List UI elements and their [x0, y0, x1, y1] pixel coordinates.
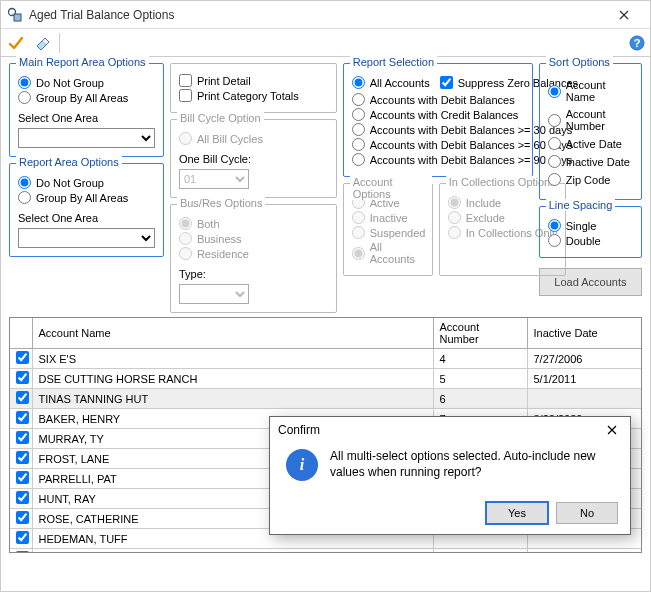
print-cat-totals[interactable]: Print Category Totals — [179, 89, 328, 102]
rs-debit30-radio[interactable] — [352, 123, 365, 136]
close-icon — [607, 425, 617, 435]
main-opt-no-group-radio[interactable] — [18, 76, 31, 89]
accept-button[interactable] — [5, 32, 27, 54]
sort-zip[interactable]: Zip Code — [548, 173, 633, 186]
info-icon: i — [286, 449, 318, 481]
row-check-cell[interactable] — [10, 349, 32, 369]
report-select-label: Select One Area — [18, 212, 155, 224]
rs-debit90-radio[interactable] — [352, 153, 365, 166]
dialog-body: i All multi-select options selected. Aut… — [270, 443, 630, 481]
rs-debit60[interactable]: Accounts with Debit Balances >= 60 days — [352, 138, 524, 151]
rs-credit[interactable]: Accounts with Credit Balances — [352, 108, 524, 121]
dialog-close-button[interactable] — [602, 423, 622, 438]
hdr-account-number[interactable]: Account Number — [433, 318, 527, 349]
hdr-check[interactable] — [10, 318, 32, 349]
row-check[interactable] — [16, 551, 29, 553]
sort-number-radio[interactable] — [548, 114, 561, 127]
sort-account-name[interactable]: Account Name — [548, 79, 633, 103]
table-row[interactable]: TINAS TANNING HUT6 — [10, 389, 641, 409]
sort-active-radio[interactable] — [548, 137, 561, 150]
report-opt-no-group-radio[interactable] — [18, 176, 31, 189]
app-icon — [7, 7, 23, 23]
hdr-account-name[interactable]: Account Name — [32, 318, 433, 349]
table-row[interactable]: SIX E'S47/27/2006 — [10, 349, 641, 369]
row-check[interactable] — [16, 431, 29, 444]
row-check-cell[interactable] — [10, 529, 32, 549]
main-opt-no-group[interactable]: Do Not Group — [18, 76, 155, 89]
sort-zip-label: Zip Code — [566, 174, 611, 186]
row-check[interactable] — [16, 451, 29, 464]
row-check[interactable] — [16, 371, 29, 384]
busres-business: Business — [179, 232, 328, 245]
print-cat-totals-check[interactable] — [179, 89, 192, 102]
main-opt-group-all-radio[interactable] — [18, 91, 31, 104]
rs-all-label: All Accounts — [370, 77, 430, 89]
main-opt-group-all[interactable]: Group By All Areas — [18, 91, 155, 104]
bill-all-cycles: All Bill Cycles — [179, 132, 328, 145]
table-row[interactable]: DSE CUTTING HORSE RANCH55/1/2011 — [10, 369, 641, 389]
report-opt-no-group[interactable]: Do Not Group — [18, 176, 155, 189]
ic-include-radio — [448, 196, 461, 209]
sort-inactive-radio[interactable] — [548, 155, 561, 168]
row-check-cell[interactable] — [10, 469, 32, 489]
help-button[interactable]: ? — [628, 34, 646, 52]
rs-all-radio[interactable] — [352, 76, 365, 89]
ls-single[interactable]: Single — [548, 219, 633, 232]
rs-debit[interactable]: Accounts with Debit Balances — [352, 93, 524, 106]
row-check-cell[interactable] — [10, 409, 32, 429]
row-check[interactable] — [16, 511, 29, 524]
row-check-cell[interactable] — [10, 429, 32, 449]
report-area-group: Report Area Options Do Not Group Group B… — [9, 163, 164, 257]
close-button[interactable] — [604, 1, 644, 28]
rs-debit-radio[interactable] — [352, 93, 365, 106]
row-check-cell[interactable] — [10, 389, 32, 409]
sort-name-radio[interactable] — [548, 85, 561, 98]
row-check-cell[interactable] — [10, 509, 32, 529]
clear-button[interactable] — [31, 32, 53, 54]
sort-inactive-date[interactable]: Inactive Date — [548, 155, 633, 168]
row-check[interactable] — [16, 531, 29, 544]
dialog-message: All multi-select options selected. Auto-… — [330, 449, 614, 481]
ls-single-radio[interactable] — [548, 219, 561, 232]
ls-double-radio[interactable] — [548, 234, 561, 247]
row-check-cell[interactable] — [10, 549, 32, 554]
rs-debit60-radio[interactable] — [352, 138, 365, 151]
sort-account-number[interactable]: Account Number — [548, 108, 633, 132]
print-detail-check[interactable] — [179, 74, 192, 87]
table-row[interactable]: ROSE, OTIS146/29/2008 — [10, 549, 641, 554]
hdr-inactive-date[interactable]: Inactive Date — [527, 318, 641, 349]
rs-all-accounts[interactable]: All Accounts — [352, 76, 430, 89]
row-check[interactable] — [16, 411, 29, 424]
print-options-group: Print Detail Print Category Totals — [170, 63, 337, 113]
rs-suppress-check[interactable] — [440, 76, 453, 89]
rs-credit-radio[interactable] — [352, 108, 365, 121]
report-selection-legend: Report Selection — [350, 56, 437, 68]
ic-exclude-label: Exclude — [466, 212, 505, 224]
main-select-label: Select One Area — [18, 112, 155, 124]
main-opt-no-group-label: Do Not Group — [36, 77, 104, 89]
report-opt-group-all-radio[interactable] — [18, 191, 31, 204]
rs-debit30[interactable]: Accounts with Debit Balances >= 30 days — [352, 123, 524, 136]
report-area-combo[interactable] — [18, 228, 155, 248]
toolbar: ? — [1, 29, 650, 57]
dialog-no-button[interactable]: No — [556, 502, 618, 524]
sort-active-date[interactable]: Active Date — [548, 137, 633, 150]
sort-inactive-label: Inactive Date — [566, 156, 630, 168]
col-report-selection: Report Selection All Accounts Suppress Z… — [343, 63, 533, 313]
bill-all-cycles-radio — [179, 132, 192, 145]
row-check[interactable] — [16, 491, 29, 504]
row-check-cell[interactable] — [10, 449, 32, 469]
print-detail[interactable]: Print Detail — [179, 74, 328, 87]
row-check-cell[interactable] — [10, 369, 32, 389]
row-check[interactable] — [16, 391, 29, 404]
row-check[interactable] — [16, 351, 29, 364]
main-area-combo[interactable] — [18, 128, 155, 148]
row-check[interactable] — [16, 471, 29, 484]
rs-debit90[interactable]: Accounts with Debit Balances >= 90 days — [352, 153, 524, 166]
dialog-yes-button[interactable]: Yes — [486, 502, 548, 524]
report-opt-group-all[interactable]: Group By All Areas — [18, 191, 155, 204]
ls-double[interactable]: Double — [548, 234, 633, 247]
sort-zip-radio[interactable] — [548, 173, 561, 186]
ao-all: All Accounts — [352, 241, 424, 265]
row-check-cell[interactable] — [10, 489, 32, 509]
